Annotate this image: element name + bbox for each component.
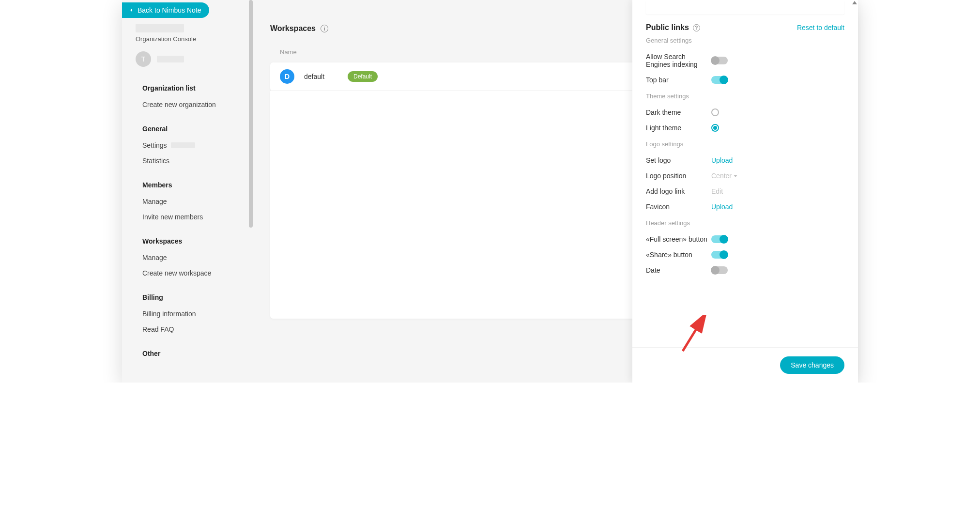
radio-light-theme[interactable] bbox=[711, 124, 719, 132]
section-general-settings: General settings bbox=[646, 37, 844, 44]
default-badge: Default bbox=[348, 71, 378, 82]
label-favicon: Favicon bbox=[646, 203, 711, 211]
sidebar-item-billing-info[interactable]: Billing information bbox=[122, 306, 253, 322]
nav-heading-general: General bbox=[122, 120, 253, 138]
back-button[interactable]: Back to Nimbus Note bbox=[122, 2, 209, 18]
scroll-up-icon[interactable] bbox=[852, 1, 857, 4]
sidebar-item-create-new-organization[interactable]: Create new organization bbox=[122, 97, 253, 112]
save-changes-button[interactable]: Save changes bbox=[780, 356, 844, 374]
panel-title-label: Public links bbox=[646, 23, 689, 32]
logo-position-value: Center bbox=[711, 172, 732, 180]
label-date: Date bbox=[646, 266, 711, 274]
user-name-placeholder bbox=[157, 56, 184, 62]
edit-logo-link[interactable]: Edit bbox=[711, 187, 723, 195]
arrow-left-icon bbox=[128, 7, 135, 14]
sidebar: Back to Nimbus Note Organization Console… bbox=[122, 0, 253, 383]
sidebar-item-settings[interactable]: Settings bbox=[122, 138, 253, 153]
section-logo-settings: Logo settings bbox=[646, 140, 844, 148]
toggle-share[interactable] bbox=[711, 251, 728, 259]
workspace-name: default bbox=[304, 73, 348, 80]
sidebar-item-statistics[interactable]: Statistics bbox=[122, 153, 253, 169]
nav-heading-members: Members bbox=[122, 176, 253, 194]
toggle-allow-indexing[interactable] bbox=[711, 57, 728, 64]
sidebar-item-create-workspace[interactable]: Create new workspace bbox=[122, 265, 253, 281]
panel-top-card bbox=[646, 0, 844, 15]
sidebar-item-label: Settings bbox=[142, 141, 167, 149]
nav-heading-other: Other bbox=[122, 345, 253, 362]
label-logo-link: Add logo link bbox=[646, 187, 711, 195]
toggle-top-bar[interactable] bbox=[711, 76, 728, 84]
radio-dark-theme[interactable] bbox=[711, 108, 719, 116]
toggle-date[interactable] bbox=[711, 266, 728, 274]
sidebar-item-invite-members[interactable]: Invite new members bbox=[122, 209, 253, 225]
label-set-logo: Set logo bbox=[646, 156, 711, 164]
sidebar-item-manage-workspaces[interactable]: Manage bbox=[122, 250, 253, 265]
sidebar-item-read-faq[interactable]: Read FAQ bbox=[122, 322, 253, 337]
settings-placeholder bbox=[171, 142, 195, 148]
label-allow-indexing: Allow Search Engines indexing bbox=[646, 53, 711, 68]
org-subtitle: Organization Console bbox=[136, 35, 239, 43]
nav-heading-organization-list[interactable]: Organization list bbox=[122, 79, 253, 97]
sidebar-scrollbar[interactable] bbox=[249, 0, 253, 228]
label-logo-position: Logo position bbox=[646, 172, 711, 180]
panel-title: Public links ? bbox=[646, 23, 700, 32]
upload-favicon-link[interactable]: Upload bbox=[711, 203, 733, 211]
label-fullscreen-button: «Full screen» button bbox=[646, 235, 711, 243]
nav-heading-workspaces: Workspaces bbox=[122, 232, 253, 250]
label-top-bar: Top bar bbox=[646, 76, 711, 84]
section-header-settings: Header settings bbox=[646, 219, 844, 227]
back-button-label: Back to Nimbus Note bbox=[138, 6, 201, 14]
help-icon[interactable]: ? bbox=[693, 24, 700, 31]
avatar: T bbox=[136, 51, 151, 67]
reset-to-default-link[interactable]: Reset to default bbox=[797, 24, 844, 31]
label-light-theme: Light theme bbox=[646, 124, 711, 132]
logo-position-select[interactable]: Center bbox=[711, 172, 737, 180]
org-title-placeholder bbox=[136, 24, 184, 32]
settings-panel: Public links ? Reset to default General … bbox=[632, 0, 858, 383]
page-title: Workspaces bbox=[270, 24, 316, 33]
sidebar-item-manage-members[interactable]: Manage bbox=[122, 194, 253, 209]
upload-logo-link[interactable]: Upload bbox=[711, 156, 733, 164]
chevron-down-icon bbox=[734, 175, 737, 177]
workspace-avatar: D bbox=[280, 69, 294, 84]
user-profile-row[interactable]: T bbox=[122, 43, 253, 76]
section-theme-settings: Theme settings bbox=[646, 92, 844, 100]
label-dark-theme: Dark theme bbox=[646, 108, 711, 116]
label-share-button: «Share» button bbox=[646, 251, 711, 259]
toggle-fullscreen[interactable] bbox=[711, 235, 728, 243]
info-icon[interactable]: i bbox=[321, 25, 328, 32]
nav-heading-billing: Billing bbox=[122, 289, 253, 306]
